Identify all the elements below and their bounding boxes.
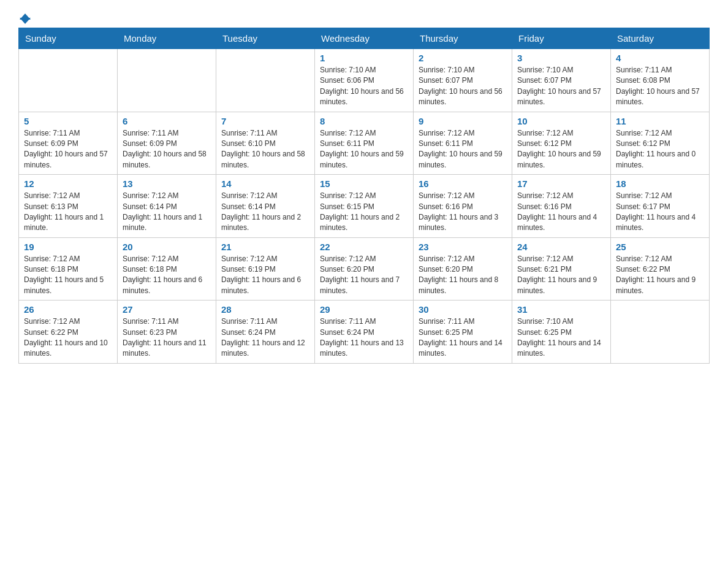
day-cell [611,301,710,364]
day-cell: 10Sunrise: 7:12 AMSunset: 6:12 PMDayligh… [512,112,611,175]
day-number: 27 [123,304,211,315]
day-cell: 24Sunrise: 7:12 AMSunset: 6:21 PMDayligh… [512,237,611,301]
day-number: 9 [419,116,507,126]
day-number: 18 [616,178,704,189]
day-number: 23 [419,242,507,252]
day-info: Sunrise: 7:12 AMSunset: 6:13 PMDaylight:… [24,191,112,234]
day-cell: 25Sunrise: 7:12 AMSunset: 6:22 PMDayligh… [611,237,710,301]
day-cell: 29Sunrise: 7:11 AMSunset: 6:24 PMDayligh… [315,301,414,364]
week-row-3: 12Sunrise: 7:12 AMSunset: 6:13 PMDayligh… [19,175,710,238]
day-cell: 1Sunrise: 7:10 AMSunset: 6:06 PMDaylight… [315,49,414,112]
day-cell: 22Sunrise: 7:12 AMSunset: 6:20 PMDayligh… [315,237,414,301]
week-row-5: 26Sunrise: 7:12 AMSunset: 6:22 PMDayligh… [19,301,710,364]
day-info: Sunrise: 7:12 AMSunset: 6:19 PMDaylight:… [221,254,309,297]
day-info: Sunrise: 7:11 AMSunset: 6:09 PMDaylight:… [123,128,211,171]
day-cell: 23Sunrise: 7:12 AMSunset: 6:20 PMDayligh… [414,237,512,301]
day-cell: 5Sunrise: 7:11 AMSunset: 6:09 PMDaylight… [19,112,118,175]
day-cell: 3Sunrise: 7:10 AMSunset: 6:07 PMDaylight… [512,49,611,112]
logo [18,12,31,21]
day-info: Sunrise: 7:11 AMSunset: 6:24 PMDaylight:… [320,316,408,359]
day-info: Sunrise: 7:12 AMSunset: 6:16 PMDaylight:… [517,191,605,234]
day-info: Sunrise: 7:12 AMSunset: 6:11 PMDaylight:… [320,128,408,171]
day-info: Sunrise: 7:11 AMSunset: 6:23 PMDaylight:… [123,316,211,359]
header-tuesday: Tuesday [216,28,315,49]
day-cell: 21Sunrise: 7:12 AMSunset: 6:19 PMDayligh… [216,237,315,301]
day-info: Sunrise: 7:12 AMSunset: 6:21 PMDaylight:… [517,254,605,297]
day-info: Sunrise: 7:12 AMSunset: 6:14 PMDaylight:… [123,191,211,234]
day-number: 24 [517,242,605,252]
day-number: 29 [320,304,408,315]
header-thursday: Thursday [414,28,512,49]
calendar-header-row: SundayMondayTuesdayWednesdayThursdayFrid… [19,28,710,49]
day-number: 6 [123,116,211,126]
day-cell: 30Sunrise: 7:11 AMSunset: 6:25 PMDayligh… [414,301,512,364]
day-number: 15 [320,178,408,189]
day-info: Sunrise: 7:10 AMSunset: 6:07 PMDaylight:… [419,65,507,108]
header-wednesday: Wednesday [315,28,414,49]
day-number: 3 [517,53,605,63]
day-info: Sunrise: 7:12 AMSunset: 6:20 PMDaylight:… [320,254,408,297]
day-cell: 11Sunrise: 7:12 AMSunset: 6:12 PMDayligh… [611,112,710,175]
day-cell: 28Sunrise: 7:11 AMSunset: 6:24 PMDayligh… [216,301,315,364]
day-info: Sunrise: 7:12 AMSunset: 6:12 PMDaylight:… [616,128,704,171]
day-cell: 18Sunrise: 7:12 AMSunset: 6:17 PMDayligh… [611,175,710,238]
day-number: 12 [24,178,112,189]
day-info: Sunrise: 7:11 AMSunset: 6:10 PMDaylight:… [221,128,309,171]
day-cell: 6Sunrise: 7:11 AMSunset: 6:09 PMDaylight… [118,112,216,175]
day-number: 31 [517,304,605,315]
day-info: Sunrise: 7:12 AMSunset: 6:18 PMDaylight:… [123,254,211,297]
day-info: Sunrise: 7:11 AMSunset: 6:09 PMDaylight:… [24,128,112,171]
day-cell: 2Sunrise: 7:10 AMSunset: 6:07 PMDaylight… [414,49,512,112]
day-info: Sunrise: 7:12 AMSunset: 6:12 PMDaylight:… [517,128,605,171]
day-number: 17 [517,178,605,189]
week-row-2: 5Sunrise: 7:11 AMSunset: 6:09 PMDaylight… [19,112,710,175]
day-cell [19,49,118,112]
day-info: Sunrise: 7:10 AMSunset: 6:25 PMDaylight:… [517,316,605,359]
day-cell: 17Sunrise: 7:12 AMSunset: 6:16 PMDayligh… [512,175,611,238]
day-info: Sunrise: 7:10 AMSunset: 6:06 PMDaylight:… [320,65,408,108]
day-number: 25 [616,242,704,252]
day-info: Sunrise: 7:12 AMSunset: 6:16 PMDaylight:… [419,191,507,234]
day-info: Sunrise: 7:12 AMSunset: 6:18 PMDaylight:… [24,254,112,297]
day-cell: 14Sunrise: 7:12 AMSunset: 6:14 PMDayligh… [216,175,315,238]
day-cell: 7Sunrise: 7:11 AMSunset: 6:10 PMDaylight… [216,112,315,175]
day-number: 2 [419,53,507,63]
day-cell [216,49,315,112]
day-info: Sunrise: 7:10 AMSunset: 6:07 PMDaylight:… [517,65,605,108]
header-saturday: Saturday [611,28,710,49]
week-row-4: 19Sunrise: 7:12 AMSunset: 6:18 PMDayligh… [19,237,710,301]
day-number: 20 [123,242,211,252]
day-number: 26 [24,304,112,315]
day-cell: 26Sunrise: 7:12 AMSunset: 6:22 PMDayligh… [19,301,118,364]
day-cell [118,49,216,112]
week-row-1: 1Sunrise: 7:10 AMSunset: 6:06 PMDaylight… [19,49,710,112]
day-number: 13 [123,178,211,189]
day-info: Sunrise: 7:12 AMSunset: 6:20 PMDaylight:… [419,254,507,297]
day-number: 10 [517,116,605,126]
day-cell: 8Sunrise: 7:12 AMSunset: 6:11 PMDaylight… [315,112,414,175]
day-cell: 9Sunrise: 7:12 AMSunset: 6:11 PMDaylight… [414,112,512,175]
day-number: 1 [320,53,408,63]
day-cell: 20Sunrise: 7:12 AMSunset: 6:18 PMDayligh… [118,237,216,301]
day-number: 30 [419,304,507,315]
day-cell: 19Sunrise: 7:12 AMSunset: 6:18 PMDayligh… [19,237,118,301]
day-info: Sunrise: 7:12 AMSunset: 6:15 PMDaylight:… [320,191,408,234]
day-info: Sunrise: 7:12 AMSunset: 6:17 PMDaylight:… [616,191,704,234]
day-number: 8 [320,116,408,126]
day-number: 21 [221,242,309,252]
day-cell: 13Sunrise: 7:12 AMSunset: 6:14 PMDayligh… [118,175,216,238]
day-number: 7 [221,116,309,126]
header [18,12,710,21]
day-info: Sunrise: 7:11 AMSunset: 6:24 PMDaylight:… [221,316,309,359]
day-cell: 12Sunrise: 7:12 AMSunset: 6:13 PMDayligh… [19,175,118,238]
day-cell: 4Sunrise: 7:11 AMSunset: 6:08 PMDaylight… [611,49,710,112]
day-cell: 16Sunrise: 7:12 AMSunset: 6:16 PMDayligh… [414,175,512,238]
day-info: Sunrise: 7:12 AMSunset: 6:22 PMDaylight:… [616,254,704,297]
day-info: Sunrise: 7:12 AMSunset: 6:11 PMDaylight:… [419,128,507,171]
day-number: 5 [24,116,112,126]
day-number: 4 [616,53,704,63]
day-cell: 15Sunrise: 7:12 AMSunset: 6:15 PMDayligh… [315,175,414,238]
day-info: Sunrise: 7:12 AMSunset: 6:14 PMDaylight:… [221,191,309,234]
day-cell: 27Sunrise: 7:11 AMSunset: 6:23 PMDayligh… [118,301,216,364]
day-number: 14 [221,178,309,189]
